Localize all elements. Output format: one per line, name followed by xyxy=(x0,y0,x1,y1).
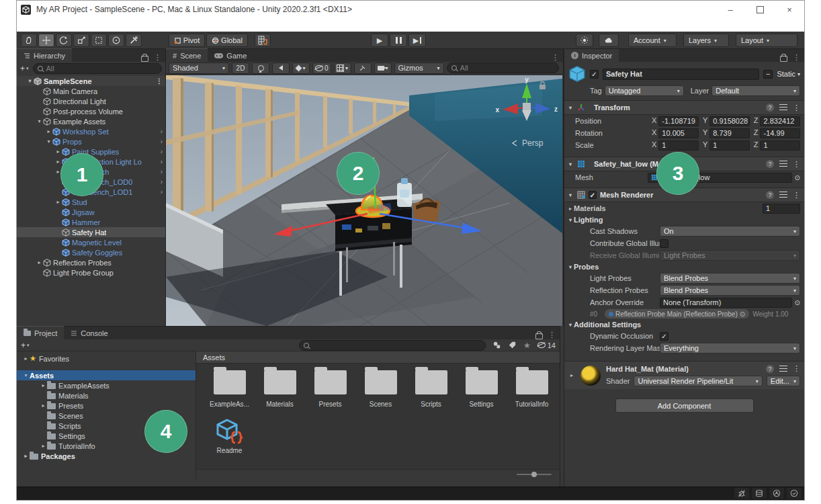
draw-mode-dropdown[interactable]: Shaded▾ xyxy=(169,62,229,74)
hierarchy-item[interactable]: ▸ Workshop Set › xyxy=(17,126,165,136)
gizmos-dropdown[interactable]: Gizmos▾ xyxy=(394,62,444,74)
x-field[interactable]: 1 xyxy=(658,140,699,151)
expand-arrow[interactable]: ▾ xyxy=(45,138,52,144)
transform-header[interactable]: ▾ Transform ? xyxy=(564,100,804,115)
static-mixed-checkbox[interactable]: − xyxy=(763,70,773,79)
materials-count-field[interactable]: 1 xyxy=(763,204,800,214)
scene-viewport[interactable]: y x z Persp xyxy=(166,75,563,326)
pause-button[interactable] xyxy=(390,34,407,47)
material-preview[interactable] xyxy=(580,366,601,386)
lock-icon[interactable] xyxy=(780,56,787,62)
collab-status-button[interactable] xyxy=(769,488,784,499)
custom-tools-button[interactable] xyxy=(126,34,142,47)
hierarchy-item[interactable]: Safety Goggles xyxy=(17,247,165,257)
reflection-probe-chip[interactable]: Reflection Probe Main (Reflection Probe)… xyxy=(605,309,749,319)
play-button[interactable]: ▶ xyxy=(371,34,388,47)
tab-console[interactable]: Console xyxy=(64,327,114,339)
tab-scene[interactable]: # Scene xyxy=(166,48,208,62)
expand-arrow[interactable]: ▸ xyxy=(22,355,30,362)
help-icon[interactable]: ? xyxy=(766,160,774,168)
hierarchy-item[interactable]: Magnetic Level xyxy=(17,237,165,247)
hierarchy-item[interactable]: Safety Hat xyxy=(17,227,165,237)
expand-arrow[interactable]: ▸ xyxy=(45,128,52,134)
kebab-menu-icon[interactable] xyxy=(793,191,800,200)
z-field[interactable]: 1 xyxy=(760,140,800,151)
folder-tile[interactable]: Scripts xyxy=(406,370,456,408)
minimize-button[interactable]: – xyxy=(716,1,745,18)
progress-status-button[interactable] xyxy=(787,488,802,499)
anchor-override-field[interactable]: None (Transform) xyxy=(660,298,792,308)
help-icon[interactable]: ? xyxy=(766,191,774,199)
hierarchy-item[interactable]: Main Camera xyxy=(17,86,165,96)
cloud-collab-button[interactable] xyxy=(599,34,619,47)
presets-icon[interactable] xyxy=(779,104,787,111)
2d-toggle-button[interactable]: 2D xyxy=(232,62,249,74)
cast-shadows-dropdown[interactable]: On xyxy=(660,226,800,237)
y-field[interactable]: 0.9158028 xyxy=(709,116,750,126)
project-tree-item[interactable]: ▸ Presets xyxy=(17,401,196,411)
object-picker-icon[interactable]: ⊙ xyxy=(795,299,800,306)
effects-dropdown[interactable]: ▾ xyxy=(292,62,310,74)
hidden-packages-button[interactable]: 14 xyxy=(537,341,556,349)
foldout-arrow[interactable]: ▾ xyxy=(567,192,574,198)
contribute-gi-checkbox[interactable] xyxy=(660,239,668,248)
layer-dropdown[interactable]: Default xyxy=(711,85,800,96)
expand-arrow[interactable]: ▸ xyxy=(54,149,62,155)
project-tree-item[interactable]: Materials xyxy=(17,390,196,401)
prefab-chevron-icon[interactable]: › xyxy=(161,158,163,165)
folder-tile[interactable]: Scenes xyxy=(355,370,406,408)
materials-foldout-arrow[interactable]: ▸ xyxy=(567,206,574,212)
kebab-menu-icon[interactable] xyxy=(793,103,800,112)
expand-arrow[interactable]: ▸ xyxy=(40,403,47,409)
help-icon[interactable]: ? xyxy=(766,365,774,373)
shader-edit-button[interactable]: Edit... xyxy=(767,376,800,386)
presets-icon[interactable] xyxy=(779,192,787,198)
presets-icon[interactable] xyxy=(779,161,787,167)
material-header[interactable]: ▸ Hard Hat_Mat (Material) ? Shader Unive… xyxy=(564,361,804,389)
prefab-chevron-icon[interactable]: ⋮ xyxy=(156,77,163,85)
rect-tool-button[interactable] xyxy=(91,34,107,47)
grid-snap-button[interactable] xyxy=(255,34,271,47)
reflection-probes-dropdown[interactable]: Blend Probes xyxy=(660,285,800,296)
x-field[interactable]: 10.005 xyxy=(658,128,699,138)
object-picker-icon[interactable]: ⊙ xyxy=(740,310,745,318)
hierarchy-search-input[interactable]: All xyxy=(33,63,162,74)
expand-arrow[interactable]: ▸ xyxy=(22,453,30,459)
additional-settings-foldout[interactable]: ▾Additional Settings xyxy=(564,319,804,330)
maximize-button[interactable] xyxy=(745,1,775,18)
material-foldout-arrow[interactable]: ▸ xyxy=(568,372,575,378)
folder-tile[interactable]: Presets xyxy=(305,370,355,408)
kebab-menu-icon[interactable] xyxy=(548,331,556,339)
hierarchy-item[interactable]: Light Probe Group xyxy=(17,267,165,278)
expand-arrow[interactable]: ▾ xyxy=(22,372,30,378)
lighting-foldout[interactable]: ▾Lighting xyxy=(564,214,804,225)
z-field[interactable]: 2.832412 xyxy=(760,116,800,126)
rendering-layer-mask-dropdown[interactable]: Everything xyxy=(660,343,800,353)
help-icon[interactable]: ? xyxy=(766,103,774,112)
hierarchy-item[interactable]: Directional Light xyxy=(17,96,165,106)
kebab-menu-icon[interactable] xyxy=(793,364,800,373)
prefab-chevron-icon[interactable]: › xyxy=(161,178,163,185)
thumbnail-zoom-slider[interactable] xyxy=(517,474,552,475)
y-field[interactable]: 1 xyxy=(709,140,750,151)
rotate-tool-button[interactable] xyxy=(56,34,72,47)
audio-toggle-button[interactable] xyxy=(272,62,290,74)
folder-tile[interactable]: ExampleAs... xyxy=(204,370,255,408)
expand-arrow[interactable]: ▸ xyxy=(40,443,47,449)
tab-inspector[interactable]: i Inspector xyxy=(564,49,619,62)
folder-tile[interactable]: Settings xyxy=(456,370,507,408)
hierarchy-item[interactable]: ▸ Stud xyxy=(17,197,165,207)
y-field[interactable]: 8.739 xyxy=(709,128,750,138)
foldout-arrow[interactable]: ▾ xyxy=(567,105,574,111)
kebab-menu-icon[interactable] xyxy=(154,53,161,62)
scene-visibility-button[interactable]: 0 xyxy=(312,62,331,74)
dynamic-occlusion-checkbox[interactable]: ✓ xyxy=(660,332,668,341)
tab-project[interactable]: Project xyxy=(17,326,64,339)
tag-dropdown[interactable]: Untagged xyxy=(605,85,684,96)
light-probes-dropdown[interactable]: Blend Probes xyxy=(660,273,800,284)
scale-tool-button[interactable] xyxy=(73,34,89,47)
prefab-chevron-icon[interactable]: › xyxy=(161,128,163,135)
hierarchy-item[interactable]: Jigsaw xyxy=(17,207,165,217)
z-field[interactable]: -14.99 xyxy=(760,128,800,138)
component-tools-button[interactable] xyxy=(354,62,372,74)
